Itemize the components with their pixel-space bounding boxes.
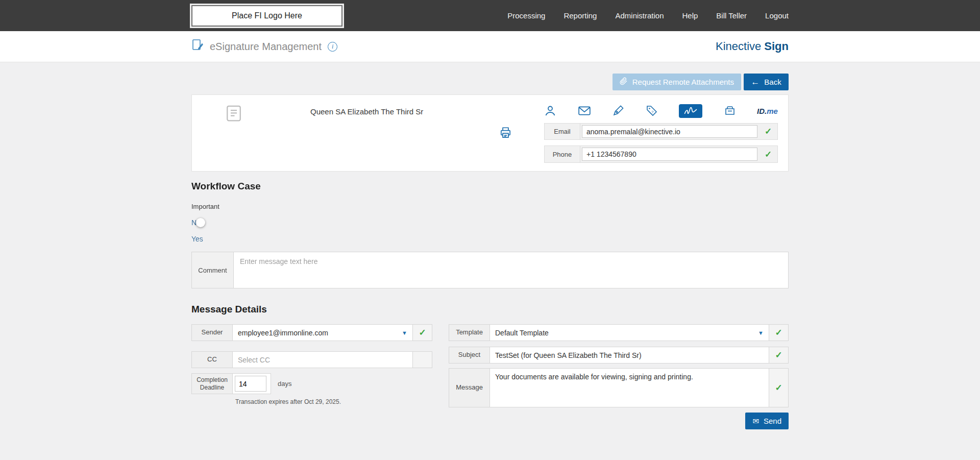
message-details-grid: Sender employee1@immonline.com ▼ ✓ CC: [191, 315, 789, 429]
phone-valid-cell: ✓: [759, 146, 777, 162]
phone-field-row: Phone ✓: [544, 146, 778, 163]
message-valid-cell: ✓: [769, 369, 788, 407]
cc-status-cell: [412, 352, 432, 368]
email-input[interactable]: [582, 125, 757, 138]
nav-logout[interactable]: Logout: [765, 11, 789, 20]
template-label: Template: [449, 325, 490, 341]
fi-logo-placeholder: Place FI Logo Here: [191, 5, 342, 27]
app-header: eSignature Management i KinectiveSign: [0, 31, 980, 62]
signature-pen-icon[interactable]: [612, 105, 624, 117]
important-option-no[interactable]: No: [191, 218, 227, 227]
chevron-down-icon: ▼: [398, 330, 407, 336]
sender-select[interactable]: employee1@immonline.com ▼: [233, 325, 412, 341]
important-option-yes[interactable]: Yes: [191, 235, 227, 243]
days-unit-label: days: [278, 380, 291, 388]
cc-field-row: CC: [191, 351, 432, 368]
nav-reporting[interactable]: Reporting: [564, 11, 597, 20]
esignature-doc-icon: [191, 39, 204, 55]
check-icon: ✓: [765, 126, 772, 137]
document-thumbnail-icon: [225, 103, 245, 163]
print-button[interactable]: [499, 104, 512, 163]
template-valid-cell: ✓: [769, 325, 788, 341]
check-icon: ✓: [775, 327, 782, 338]
subject-input[interactable]: [490, 347, 769, 363]
subject-field-row: Subject ✓: [449, 347, 789, 364]
back-button[interactable]: ← Back: [744, 74, 789, 90]
template-field-row: Template Default Template ▼ ✓: [449, 324, 789, 341]
nav-help[interactable]: Help: [682, 11, 698, 20]
check-icon: ✓: [419, 327, 426, 338]
delivery-method-icons: ? ID.me: [544, 103, 778, 119]
top-navigation: Processing Reporting Administration Help…: [507, 11, 789, 20]
subject-label: Subject: [449, 347, 490, 363]
email-field-row: Email ✓: [544, 123, 778, 140]
draw-signature-icon-selected[interactable]: [679, 104, 702, 118]
cc-input[interactable]: [233, 352, 412, 368]
completion-deadline-input[interactable]: [235, 376, 266, 392]
message-details-left-column: Sender employee1@immonline.com ▼ ✓ CC: [191, 315, 432, 429]
recipient-card: Queen SA Elizabeth The Third Sr: [191, 94, 789, 172]
cc-label: CC: [192, 352, 233, 368]
in-person-icon[interactable]: [544, 105, 556, 117]
workflow-case-section: Workflow Case Important No Yes Comment: [191, 181, 789, 288]
brand-logo: KinectiveSign: [716, 40, 789, 53]
nav-user-bill-teller[interactable]: Bill Teller: [716, 11, 747, 20]
comment-field-row: Comment: [191, 252, 789, 288]
comment-label: Comment: [192, 252, 234, 288]
email-valid-cell: ✓: [759, 124, 777, 140]
phone-label: Phone: [545, 146, 580, 162]
email-delivery-icon[interactable]: [578, 105, 591, 116]
template-select[interactable]: Default Template ▼: [490, 325, 769, 341]
sender-field-row: Sender employee1@immonline.com ▼ ✓: [191, 324, 432, 341]
toggle-knob[interactable]: [196, 218, 205, 227]
recipient-name: Queen SA Elizabeth The Third Sr: [310, 107, 423, 163]
workflow-case-title: Workflow Case: [191, 181, 789, 192]
check-icon: ✓: [765, 149, 772, 160]
delivery-panel: ? ID.me: [544, 103, 778, 163]
sender-label: Sender: [192, 325, 233, 341]
important-label: Important: [191, 203, 789, 210]
chevron-down-icon: ▼: [754, 330, 764, 336]
check-icon: ✓: [775, 382, 782, 393]
send-button-row: ✉ Send: [449, 413, 789, 429]
main-content: Request Remote Attachments ← Back Queen …: [191, 74, 789, 429]
completion-deadline-row: Completion Deadline days: [191, 373, 432, 394]
expiration-note: Transaction expires after Oct 29, 2025.: [235, 398, 432, 405]
message-label: Message: [449, 369, 490, 407]
app-title: eSignature Management i: [191, 39, 337, 55]
back-arrow-icon: ←: [751, 78, 760, 86]
kiosk-icon[interactable]: [724, 105, 736, 117]
phone-input[interactable]: [582, 148, 757, 161]
message-textarea[interactable]: Your documents are available for viewing…: [490, 369, 769, 407]
message-details-section: Message Details Sender employee1@immonli…: [191, 304, 789, 429]
topbar: Place FI Logo Here Processing Reporting …: [0, 0, 980, 31]
kba-tag-question-icon[interactable]: ?: [646, 105, 658, 117]
idme-logo[interactable]: ID.me: [757, 107, 778, 115]
request-remote-attachments-button[interactable]: Request Remote Attachments: [612, 74, 741, 90]
subject-valid-cell: ✓: [769, 347, 788, 363]
sender-valid-cell: ✓: [412, 325, 432, 341]
toolbar-actions: Request Remote Attachments ← Back: [191, 74, 789, 90]
comment-textarea[interactable]: [234, 252, 788, 288]
page-title: eSignature Management: [210, 41, 322, 53]
printer-icon: [499, 133, 512, 141]
send-button[interactable]: ✉ Send: [745, 413, 789, 429]
check-icon: ✓: [775, 350, 782, 360]
nav-processing[interactable]: Processing: [507, 11, 545, 20]
nav-administration[interactable]: Administration: [615, 11, 664, 20]
info-icon[interactable]: i: [328, 42, 337, 52]
envelope-icon: ✉: [752, 417, 759, 425]
message-field-row: Message Your documents are available for…: [449, 368, 789, 407]
completion-deadline-label: Completion Deadline: [192, 374, 233, 394]
paperclip-icon: [620, 77, 628, 87]
svg-text:?: ?: [651, 110, 654, 114]
message-details-title: Message Details: [191, 304, 789, 315]
email-label: Email: [545, 124, 580, 140]
message-details-right-column: Template Default Template ▼ ✓ Subject ✓: [449, 315, 789, 429]
